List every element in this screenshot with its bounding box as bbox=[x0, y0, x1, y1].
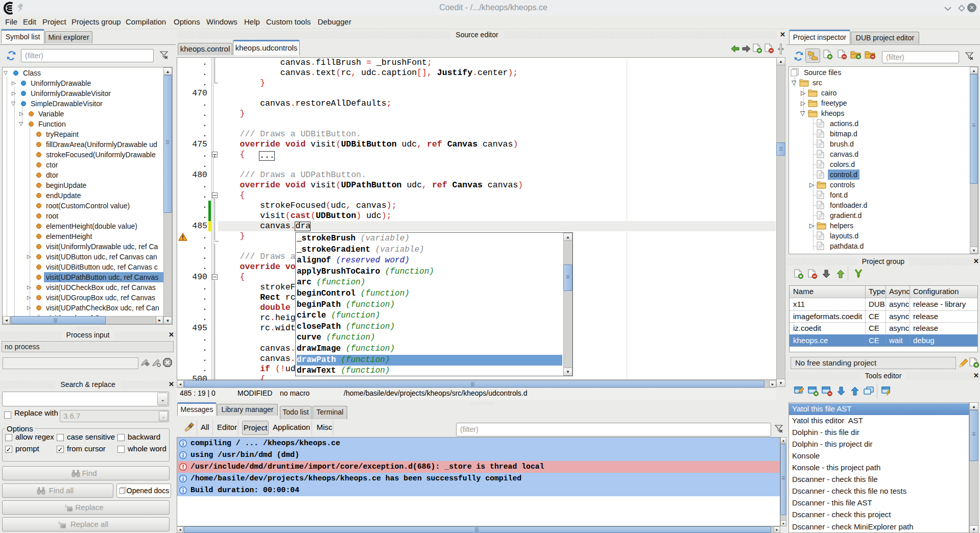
svg-text:b: b bbox=[65, 503, 67, 508]
svg-text:b: b bbox=[58, 520, 61, 525]
svg-text:ab: ab bbox=[68, 507, 73, 511]
svg-text:ab: ab bbox=[62, 524, 66, 528]
